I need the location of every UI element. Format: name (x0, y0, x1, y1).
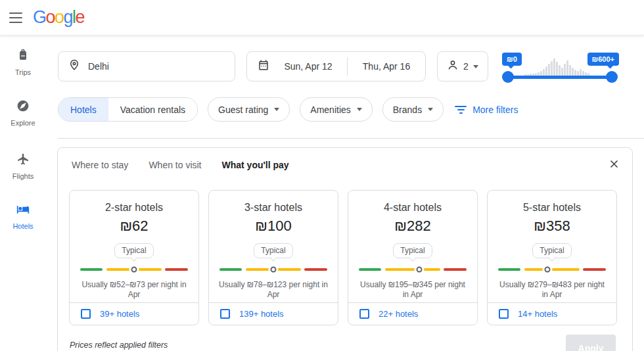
more-filters-button[interactable]: More filters (455, 105, 518, 115)
price-range-text: Usually ₪78–₪123 per night inApr (209, 280, 338, 300)
typical-badge: Typical (114, 243, 153, 258)
dropdown-label: Brands (393, 105, 422, 115)
brands-dropdown[interactable]: Brands (382, 97, 444, 122)
more-filters-label: More filters (472, 105, 518, 115)
chevron-down-icon (473, 65, 478, 68)
card-footer: 14+ hotels (488, 302, 616, 325)
close-icon[interactable] (606, 156, 622, 172)
price-card-3-star: 3-star hotels ₪100 Typical Usually ₪78–₪… (208, 190, 338, 325)
range-low-segment (219, 268, 242, 271)
apply-button[interactable]: Apply (566, 335, 616, 351)
card-footer: 39+ hotels (70, 302, 198, 325)
guest-rating-dropdown[interactable]: Guest rating (208, 97, 290, 122)
hotel-filter-checkbox[interactable] (81, 309, 91, 319)
google-hotels-page: Google Trips Explore Flights Hotels (0, 0, 644, 351)
range-high-segment (165, 268, 188, 271)
guests-count: 2 (463, 61, 469, 72)
tab-vacation-rentals[interactable]: Vacation rentals (108, 98, 197, 121)
airplane-icon (16, 152, 30, 168)
insights-panel: Where to stay When to visit What you'll … (57, 147, 633, 351)
filter-icon (455, 106, 467, 114)
sidebar-item-label: Explore (11, 119, 35, 127)
dropdown-label: Amenities (310, 105, 350, 115)
card-title: 5-star hotels (488, 202, 616, 214)
card-title: 2-star hotels (70, 202, 198, 214)
hotel-filter-checkbox[interactable] (220, 309, 230, 319)
slider-handle-min[interactable] (502, 71, 514, 83)
typical-marker (271, 267, 277, 273)
price-category-cards: 2-star hotels ₪62 Typical Usually ₪52–₪7… (69, 190, 617, 325)
google-logo[interactable]: Google (33, 7, 84, 28)
card-footer: 22+ hotels (348, 302, 477, 325)
sidebar-item-label: Hotels (12, 222, 33, 230)
card-price: ₪282 (348, 218, 477, 235)
menu-icon[interactable] (3, 5, 29, 31)
amenities-dropdown[interactable]: Amenities (300, 97, 372, 122)
date-range-picker: Sun, Apr 12 Thu, Apr 16 (246, 51, 426, 82)
price-card-5-star: 5-star hotels ₪358 Typical Usually ₪279–… (487, 190, 617, 325)
top-bar: Google (0, 0, 644, 35)
location-input[interactable]: Delhi (58, 51, 235, 82)
slider-handle-max[interactable] (606, 71, 618, 83)
range-mid-segment (385, 268, 440, 271)
sidebar-item-label: Flights (12, 172, 34, 180)
range-high-segment (444, 268, 467, 271)
hotels-count-link[interactable]: 139+ hotels (239, 309, 284, 319)
price-histogram (524, 55, 594, 76)
checkin-date[interactable]: Sun, Apr 12 (269, 61, 347, 72)
tab-when-to-visit[interactable]: When to visit (149, 160, 201, 170)
bed-icon (16, 202, 30, 218)
price-range-text: Usually ₪279–₪483 per nightin Apr (488, 280, 616, 300)
backpack-icon (16, 49, 30, 64)
dropdown-label: Guest rating (218, 105, 268, 115)
hotels-count-link[interactable]: 39+ hotels (100, 309, 139, 319)
price-card-2-star: 2-star hotels ₪62 Typical Usually ₪52–₪7… (69, 190, 199, 325)
sidebar-item-hotels[interactable]: Hotels (0, 202, 46, 230)
card-price: ₪62 (70, 218, 198, 235)
sidebar-item-explore[interactable]: Explore (0, 99, 46, 127)
prices-footnote: Prices reflect applied filters (70, 340, 168, 350)
typical-marker (416, 267, 422, 273)
hotel-filter-checkbox[interactable] (499, 309, 509, 319)
hotel-filter-checkbox[interactable] (359, 309, 369, 319)
sidebar-item-flights[interactable]: Flights (0, 152, 46, 180)
range-mid-segment (524, 268, 580, 271)
tab-what-youll-pay[interactable]: What you'll pay (222, 160, 289, 170)
price-range-text: Usually ₪195–₪345 per nightin Apr (348, 280, 477, 300)
person-icon (447, 59, 459, 74)
chevron-down-icon (428, 108, 433, 111)
price-range-indicator (219, 266, 327, 273)
guests-selector[interactable]: 2 (437, 51, 488, 82)
card-price: ₪100 (209, 218, 338, 235)
slider-track[interactable] (507, 76, 612, 79)
typical-marker (545, 267, 551, 273)
location-value: Delhi (88, 61, 109, 72)
range-high-segment (304, 268, 327, 271)
price-range-indicator (80, 266, 188, 273)
range-low-segment (80, 268, 103, 271)
price-min-bubble: ₪0 (502, 53, 522, 66)
hotels-count-link[interactable]: 22+ hotels (379, 309, 418, 319)
calendar-icon (258, 59, 269, 74)
range-low-segment (359, 268, 381, 271)
chevron-down-icon (274, 108, 279, 111)
price-max-bubble: ₪600+ (587, 53, 620, 66)
price-range-indicator (359, 266, 467, 273)
section-divider (58, 138, 644, 139)
checkout-date[interactable]: Thu, Apr 16 (348, 61, 425, 72)
location-pin-icon (68, 59, 80, 74)
range-high-segment (583, 268, 606, 271)
range-low-segment (498, 268, 520, 271)
tab-hotels[interactable]: Hotels (58, 98, 108, 121)
compass-icon (16, 99, 30, 115)
price-range-indicator (498, 266, 606, 273)
hotels-count-link[interactable]: 14+ hotels (518, 309, 557, 319)
card-price: ₪358 (488, 218, 616, 235)
property-type-toggle: Hotels Vacation rentals (58, 97, 198, 122)
typical-badge: Typical (254, 243, 292, 258)
sidebar-item-trips[interactable]: Trips (0, 49, 46, 76)
card-footer: 139+ hotels (209, 302, 338, 325)
tab-where-to-stay[interactable]: Where to stay (72, 160, 128, 170)
card-title: 3-star hotels (209, 202, 338, 214)
typical-badge: Typical (532, 243, 571, 258)
